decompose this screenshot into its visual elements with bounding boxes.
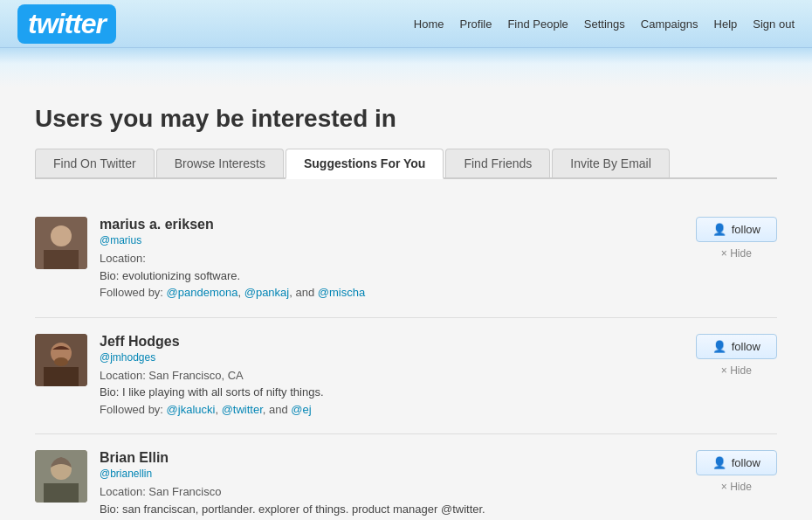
tabs-container: Find On Twitter Browse Interests Suggest… (35, 149, 777, 179)
twitter-logo: twitter (17, 4, 116, 44)
nav-find-people[interactable]: Find People (507, 17, 568, 31)
page-title: Users you may be interested in (35, 87, 777, 149)
follow-button[interactable]: 👤 follow (696, 217, 777, 242)
tab-invite-by-email[interactable]: Invite By Email (552, 149, 670, 177)
user-handle: @brianellin (100, 468, 678, 480)
logo-text: twitter (28, 8, 106, 39)
user-actions: 👤 follow × Hide (696, 334, 777, 377)
user-list: marius a. eriksen @marius Location: Bio:… (35, 201, 777, 520)
follow-button[interactable]: 👤 follow (696, 334, 777, 359)
follower-link[interactable]: @pandemona (167, 286, 238, 299)
avatar (35, 450, 87, 503)
user-name: Brian Ellin (100, 450, 678, 466)
tab-find-friends[interactable]: Find Friends (445, 149, 550, 177)
followed-by: Followed by: @pandemona, @pankaj, and @m… (100, 284, 678, 302)
follower-link[interactable]: @mischa (318, 286, 365, 299)
user-actions: 👤 follow × Hide (696, 450, 777, 493)
user-location: Location: San Francisco, CA (100, 367, 678, 385)
user-actions: 👤 follow × Hide (696, 217, 777, 260)
svg-point-8 (54, 357, 68, 366)
follow-label: follow (732, 223, 760, 236)
tab-find-on-twitter[interactable]: Find On Twitter (35, 149, 155, 177)
user-meta: Location: Bio: evolutionizing software. … (100, 250, 678, 302)
user-info: Jeff Hodges @jmhodges Location: San Fran… (100, 334, 678, 419)
follower-link[interactable]: @jkalucki (167, 403, 216, 416)
svg-point-1 (51, 225, 72, 246)
follower-link[interactable]: @pankaj (244, 286, 290, 299)
nav-profile[interactable]: Profile (460, 17, 492, 31)
table-row: Jeff Hodges @jmhodges Location: San Fran… (35, 318, 777, 435)
nav-settings[interactable]: Settings (584, 17, 625, 31)
nav-sign-out[interactable]: Sign out (753, 17, 795, 31)
tab-browse-interests[interactable]: Browse Interests (156, 149, 284, 177)
nav-campaigns[interactable]: Campaigns (641, 17, 698, 31)
user-info: marius a. eriksen @marius Location: Bio:… (100, 217, 678, 302)
follow-person-icon: 👤 (712, 456, 726, 469)
main-content: Users you may be interested in Find On T… (0, 87, 812, 520)
table-row: Brian Ellin @brianellin Location: San Fr… (35, 434, 777, 520)
svg-rect-7 (44, 367, 79, 386)
user-meta: Location: San Francisco Bio: san francis… (100, 483, 678, 520)
user-location: Location: (100, 250, 678, 267)
user-handle: @marius (100, 234, 678, 246)
svg-rect-3 (44, 250, 79, 269)
hide-link[interactable]: × Hide (721, 364, 752, 377)
nav-home[interactable]: Home (414, 17, 444, 31)
nav-help[interactable]: Help (714, 17, 738, 31)
tab-suggestions-for-you[interactable]: Suggestions For You (286, 149, 444, 179)
svg-rect-12 (44, 483, 79, 503)
user-name: marius a. eriksen (100, 217, 678, 232)
avatar (35, 217, 87, 269)
user-meta: Location: San Francisco, CA Bio: I like … (100, 367, 678, 419)
followed-by: Followed by: @jkalucki, @twitter, and @e… (100, 401, 678, 419)
user-bio: Bio: evolutionizing software. (100, 267, 678, 285)
follow-button[interactable]: 👤 follow (696, 450, 777, 475)
main-nav: Home Profile Find People Settings Campai… (414, 17, 795, 31)
follower-link[interactable]: @twitter (222, 403, 263, 416)
avatar (35, 334, 87, 386)
user-bio: Bio: san franciscan, portlander. explore… (100, 501, 678, 518)
follow-label: follow (732, 340, 760, 353)
hide-link[interactable]: × Hide (721, 481, 752, 493)
header: twitter Home Profile Find People Setting… (0, 0, 812, 48)
table-row: marius a. eriksen @marius Location: Bio:… (35, 201, 777, 318)
cloud-decoration (0, 48, 812, 87)
user-handle: @jmhodges (100, 351, 678, 364)
follow-person-icon: 👤 (712, 223, 726, 236)
user-info: Brian Ellin @brianellin Location: San Fr… (100, 450, 678, 520)
hide-link[interactable]: × Hide (721, 247, 752, 260)
user-name: Jeff Hodges (100, 334, 678, 350)
user-bio: Bio: I like playing with all sorts of ni… (100, 384, 678, 401)
follower-link[interactable]: @ej (291, 403, 311, 416)
follow-person-icon: 👤 (712, 340, 726, 353)
user-location: Location: San Francisco (100, 483, 678, 501)
follow-label: follow (732, 456, 760, 469)
